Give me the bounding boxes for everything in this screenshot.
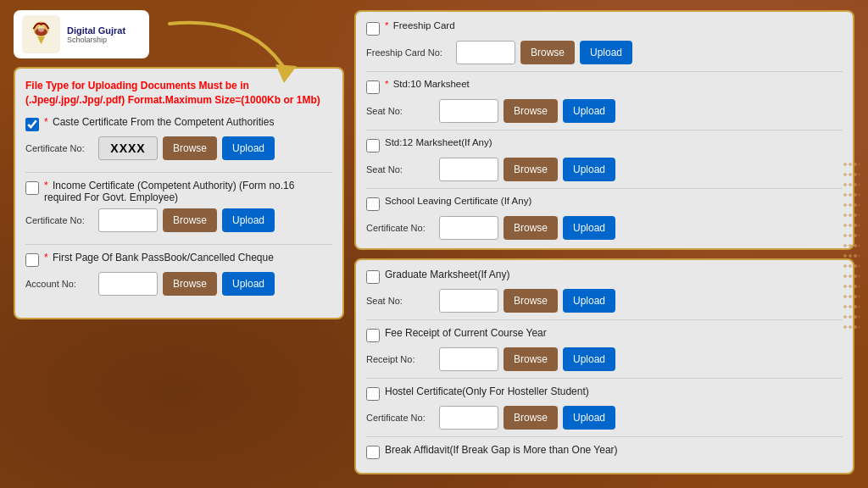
doc-item-std10: * Std:10 Marksheet Seat No: Browse Uploa… xyxy=(366,79,843,123)
input-bank[interactable] xyxy=(98,272,158,296)
browse-button-std12[interactable]: Browse xyxy=(504,158,558,181)
doc-item-break: Break Affidavit(If Break Gap is More tha… xyxy=(366,444,843,459)
upload-button-hostel[interactable]: Upload xyxy=(563,406,615,430)
browse-button-school-leaving[interactable]: Browse xyxy=(504,216,558,240)
doc-item-graduate: Graduate Marksheet(If Any) Seat No: Brow… xyxy=(366,269,843,313)
upload-button-freeship[interactable]: Upload xyxy=(580,41,632,64)
field-label-school-leaving: Certificate No: xyxy=(366,223,434,233)
label-income: * Income Certificate (Competent Authorit… xyxy=(44,180,332,203)
divider-6 xyxy=(366,319,843,320)
upload-button-caste[interactable]: Upload xyxy=(222,136,275,160)
checkbox-hostel[interactable] xyxy=(366,387,380,401)
browse-button-caste[interactable]: Browse xyxy=(163,136,217,160)
bottom-right-panel: Graduate Marksheet(If Any) Seat No: Brow… xyxy=(354,258,854,474)
field-label-fee-receipt: Receipt No: xyxy=(366,354,434,364)
input-graduate[interactable] xyxy=(439,289,498,313)
logo-area: Digital Gujrat Scholarship xyxy=(14,10,149,58)
doc-item-bank: * First Page Of Bank PassBook/Cancelled … xyxy=(25,252,332,296)
logo-icon xyxy=(22,15,60,53)
warning-text: File Type for Uploading Documents Must b… xyxy=(25,79,332,108)
divider-8 xyxy=(366,436,843,437)
doc-item-hostel: Hostel Certificate(Only For Hosteller St… xyxy=(366,385,843,430)
checkbox-school-leaving[interactable] xyxy=(366,197,380,211)
checkbox-income[interactable] xyxy=(25,181,39,195)
doc-item-caste: * Caste Certificate From the Competent A… xyxy=(25,116,332,160)
label-break: Break Affidavit(If Break Gap is More tha… xyxy=(385,444,618,456)
upload-button-income[interactable]: Upload xyxy=(222,208,275,232)
browse-button-std10[interactable]: Browse xyxy=(504,99,558,123)
label-fee-receipt: Fee Receipt of Current Course Year xyxy=(385,327,547,339)
browse-button-fee-receipt[interactable]: Browse xyxy=(504,347,558,371)
doc-item-school-leaving: School Leaving Certificate (If Any) Cert… xyxy=(366,196,843,240)
browse-button-graduate[interactable]: Browse xyxy=(504,289,558,313)
divider-5 xyxy=(366,188,843,189)
input-freeship[interactable] xyxy=(456,41,515,64)
input-fee-receipt[interactable] xyxy=(439,347,498,371)
field-label-caste: Certificate No: xyxy=(25,143,93,153)
top-right-panel: * Freeship Card Freeship Card No: Browse… xyxy=(354,10,854,250)
checkbox-fee-receipt[interactable] xyxy=(366,329,380,342)
upload-button-std12[interactable]: Upload xyxy=(563,158,615,181)
divider-4 xyxy=(366,130,843,130)
doc-item-fee-receipt: Fee Receipt of Current Course Year Recei… xyxy=(366,327,843,371)
checkbox-std10[interactable] xyxy=(366,80,380,94)
input-income[interactable] xyxy=(98,208,158,232)
browse-button-income[interactable]: Browse xyxy=(163,208,217,232)
svg-point-3 xyxy=(38,26,44,32)
field-label-std10: Seat No: xyxy=(366,106,434,116)
checkbox-caste[interactable] xyxy=(25,118,39,131)
browse-button-hostel[interactable]: Browse xyxy=(504,406,558,430)
upload-button-school-leaving[interactable]: Upload xyxy=(563,216,615,240)
doc-item-income: * Income Certificate (Competent Authorit… xyxy=(25,180,332,232)
checkbox-std12[interactable] xyxy=(366,139,380,152)
label-school-leaving: School Leaving Certificate (If Any) xyxy=(385,196,531,206)
field-label-income: Certificate No: xyxy=(25,215,93,225)
divider-7 xyxy=(366,378,843,379)
label-hostel: Hostel Certificate(Only For Hosteller St… xyxy=(385,385,589,397)
checkbox-break[interactable] xyxy=(366,446,380,459)
label-graduate: Graduate Marksheet(If Any) xyxy=(385,269,509,280)
upload-button-bank[interactable]: Upload xyxy=(222,272,275,296)
checkbox-graduate[interactable] xyxy=(366,270,380,284)
divider-2 xyxy=(25,244,332,245)
divider-3 xyxy=(366,71,843,72)
field-label-freeship: Freeship Card No: xyxy=(366,47,451,58)
input-school-leaving[interactable] xyxy=(439,216,498,240)
input-caste[interactable] xyxy=(98,136,158,160)
label-bank: * First Page Of Bank PassBook/Cancelled … xyxy=(44,252,274,263)
label-std10: * Std:10 Marksheet xyxy=(385,79,470,89)
logo-text: Digital Gujrat Scholarship xyxy=(67,25,125,44)
label-caste: * Caste Certificate From the Competent A… xyxy=(44,116,274,128)
field-label-bank: Account No: xyxy=(25,279,93,289)
divider-1 xyxy=(25,172,332,173)
doc-item-freeship: * Freeship Card Freeship Card No: Browse… xyxy=(366,20,843,64)
input-std12[interactable] xyxy=(439,158,498,181)
field-label-std12: Seat No: xyxy=(366,164,434,175)
input-std10[interactable] xyxy=(439,99,498,123)
browse-button-freeship[interactable]: Browse xyxy=(520,41,575,64)
doc-item-std12: Std:12 Marksheet(If Any) Seat No: Browse… xyxy=(366,137,843,181)
upload-button-fee-receipt[interactable]: Upload xyxy=(563,347,615,371)
browse-button-bank[interactable]: Browse xyxy=(163,272,217,296)
checkbox-bank[interactable] xyxy=(25,253,39,267)
checkbox-freeship[interactable] xyxy=(366,22,380,36)
label-std12: Std:12 Marksheet(If Any) xyxy=(385,137,492,147)
upload-button-graduate[interactable]: Upload xyxy=(563,289,615,313)
upload-button-std10[interactable]: Upload xyxy=(563,99,615,123)
label-freeship: * Freeship Card xyxy=(385,20,455,30)
field-label-graduate: Seat No: xyxy=(366,296,434,306)
field-label-hostel: Certificate No: xyxy=(366,413,434,423)
input-hostel[interactable] xyxy=(439,406,498,430)
left-form-card: File Type for Uploading Documents Must b… xyxy=(14,67,344,319)
